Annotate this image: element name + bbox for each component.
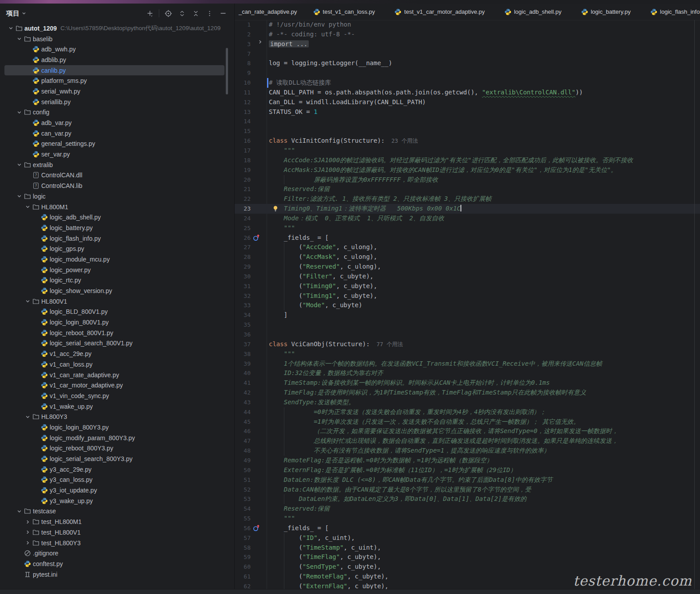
line-number[interactable]: 18: [235, 156, 251, 165]
tree-item-ControlCAN.dll[interactable]: ?ControlCAN.dll: [4, 170, 224, 181]
tree-item-canlib.py[interactable]: canlib.py: [4, 65, 224, 76]
line-number[interactable]: 16: [235, 136, 251, 146]
tree-item-logic_reboot_800Y3.py[interactable]: logic_reboot_800Y3.py: [4, 443, 224, 454]
line-number[interactable]: 9: [235, 68, 251, 78]
code-line-46[interactable]: 46 （二次开发，如果需要保证发送出的数据被其它节点正确接收，请将SendTyp…: [235, 426, 700, 436]
tab-logic_flash_info.py[interactable]: logic_flash_info.py: [641, 4, 700, 20]
line-number[interactable]: 2: [235, 30, 251, 39]
project-dropdown[interactable]: 项目: [6, 9, 26, 18]
code-line-1[interactable]: 1# !/usr/bin/env python: [235, 20, 700, 30]
line-number[interactable]: 53: [235, 494, 251, 504]
line-number[interactable]: 23: [235, 204, 251, 214]
code-line-9[interactable]: 9: [235, 68, 700, 78]
tree-item-logic_gps.py[interactable]: logic_gps.py: [4, 243, 224, 254]
fold-arrow-icon[interactable]: [258, 39, 263, 44]
line-number[interactable]: 19: [235, 165, 251, 175]
line-number[interactable]: 47: [235, 436, 251, 446]
code-line-25[interactable]: 25 """: [235, 223, 700, 233]
line-number[interactable]: 1: [235, 20, 251, 30]
line-number[interactable]: 50: [235, 465, 251, 475]
tree-item-conftest.py[interactable]: conftest.py: [4, 559, 224, 569]
code-line-13[interactable]: 13STATUS_OK = 1: [235, 107, 700, 117]
line-number[interactable]: 41: [235, 378, 251, 388]
tree-item-logic_flash_info.py[interactable]: logic_flash_info.py: [4, 233, 224, 244]
code-line-12[interactable]: 12Can_DLL = windll.LoadLibrary(CAN_DLL_P…: [235, 98, 700, 107]
code-line-21[interactable]: 21 Reserved:保留: [235, 184, 700, 194]
line-number[interactable]: 13: [235, 107, 251, 117]
code-line-26[interactable]: 26 _fields_ = [: [235, 233, 700, 243]
tree-item-v1_can_rate_adaptive.py[interactable]: v1_can_rate_adaptive.py: [4, 370, 224, 380]
chevron-down-icon[interactable]: [15, 36, 24, 41]
code-line-43[interactable]: 43 SendType:发送帧类型。: [235, 398, 700, 407]
line-number[interactable]: 27: [235, 242, 251, 252]
collapse-all-button[interactable]: [191, 8, 201, 18]
code-line-23[interactable]: 23 Timing0、Timing1：波特率定时器 500Kbps 0x00 0…: [235, 204, 700, 214]
code-line-41[interactable]: 41 TimeStamp:设备接收到某一帧的时间标识。时间标示从CAN卡上电开始…: [235, 378, 700, 388]
tree-item-seriallib.py[interactable]: seriallib.py: [4, 97, 224, 107]
code-line-28[interactable]: 28 ("AccMask", c_ulong),: [235, 252, 700, 262]
line-number[interactable]: 54: [235, 504, 251, 514]
code-line-51[interactable]: 51 DataLen:数据长度 DLC (<=8)，即CAN帧Data有几个字节…: [235, 475, 700, 485]
code-line-19[interactable]: 19 AccMask:SJA1000的帧过滤屏蔽码。对接收的CAN帧ID进行过滤…: [235, 165, 700, 175]
line-number[interactable]: 30: [235, 272, 251, 281]
line-number[interactable]: 14: [235, 117, 251, 126]
code-line-54[interactable]: 54 Reserved:保留: [235, 504, 700, 514]
code-line-27[interactable]: 27 ("AccCode", c_ulong),: [235, 242, 700, 252]
code-line-39[interactable]: 39 1个结构体表示一个帧的数据结构。在发送函数VCI_Transmit和接收函…: [235, 359, 700, 369]
line-number[interactable]: 55: [235, 514, 251, 524]
tree-item-v1_can_loss.py[interactable]: v1_can_loss.py: [4, 359, 224, 370]
line-number[interactable]: 44: [235, 407, 251, 417]
line-number[interactable]: 56: [235, 524, 251, 533]
line-number[interactable]: 37: [235, 340, 251, 349]
tree-item-logic_module_mcu.py[interactable]: logic_module_mcu.py: [4, 254, 224, 265]
line-number[interactable]: 8: [235, 59, 251, 68]
line-number[interactable]: 3: [235, 39, 251, 49]
code-line-44[interactable]: 44 =0时为正常发送（发送失败会自动重发，重发时间为4秒，4秒内没有发出则取消…: [235, 407, 700, 417]
code-line-32[interactable]: 32 ("Timing1", c_ubyte),: [235, 291, 700, 301]
tab-_can_rate_adaptive.py[interactable]: _can_rate_adaptive.py: [235, 4, 303, 20]
line-number[interactable]: 43: [235, 398, 251, 407]
editor-scrollbar[interactable]: [694, 20, 695, 594]
code-line-47[interactable]: 47 总线刚好忙或出现错误，数据会自动重发，直到正确发送或是超时时间到取消发送。…: [235, 436, 700, 446]
tab-test_v1_car_motor_adaptive.py[interactable]: test_v1_car_motor_adaptive.py: [385, 4, 494, 20]
code-line-20[interactable]: 20 屏蔽码推荐设置为0xFFFFFFFF，即全部接收: [235, 175, 700, 185]
line-number[interactable]: 29: [235, 262, 251, 272]
tree-item-adb_wwh.py[interactable]: adb_wwh.py: [4, 44, 224, 55]
tree-item-pytest.ini[interactable]: pytest.ini: [4, 569, 224, 580]
tree-item-y3_can_loss.py[interactable]: y3_can_loss.py: [4, 475, 224, 485]
tree-item-y3_iot_update.py[interactable]: y3_iot_update.py: [4, 485, 224, 496]
code-line-48[interactable]: 48 不关心有没有节点接收数据，请将SendType=1，提高发送的响应速度与软…: [235, 446, 700, 456]
tree-item-platform_sms.py[interactable]: platform_sms.py: [4, 75, 224, 86]
code-area[interactable]: 1# !/usr/bin/env python2# -*- coding: ut…: [235, 20, 700, 594]
line-number[interactable]: 40: [235, 368, 251, 378]
chevron-down-icon[interactable]: [15, 162, 24, 167]
line-number[interactable]: 57: [235, 533, 251, 543]
code-line-35[interactable]: 35: [235, 320, 700, 330]
line-number[interactable]: 49: [235, 456, 251, 465]
tree-item-logic_BLD_800V1.py[interactable]: logic_BLD_800V1.py: [4, 307, 224, 317]
tree-item-logic[interactable]: logic: [4, 191, 224, 202]
chevron-down-icon[interactable]: [23, 414, 32, 419]
line-number[interactable]: 17: [235, 146, 251, 156]
line-number[interactable]: 31: [235, 281, 251, 291]
code-line-30[interactable]: 30 ("Filter", c_ubyte),: [235, 272, 700, 281]
line-number[interactable]: 42: [235, 388, 251, 398]
code-line-60[interactable]: 60 ("SendType", c_ubyte),: [235, 562, 700, 572]
code-line-59[interactable]: 59 ("TimeFlag", c_ubyte),: [235, 552, 700, 562]
line-number[interactable]: 45: [235, 417, 251, 427]
chevron-down-icon[interactable]: [23, 299, 32, 304]
code-line-22[interactable]: 22 Filter:滤波方式. 1、接收所有类型 2、只接收标准帧 3、只接收扩…: [235, 194, 700, 204]
line-number[interactable]: 25: [235, 223, 251, 233]
tree-item-general_settings.py[interactable]: general_settings.py: [4, 139, 224, 149]
tree-scrollbar[interactable]: [226, 48, 228, 94]
chevron-down-icon[interactable]: [15, 110, 24, 115]
code-line-29[interactable]: 29 ("Reserved", c_ulong),: [235, 262, 700, 272]
line-number[interactable]: 7: [235, 49, 251, 59]
override-method-icon[interactable]: [252, 234, 260, 242]
locate-file-button[interactable]: [163, 8, 173, 18]
code-line-49[interactable]: 49 RemoteFlag:是否是远程帧.=0时为为数据帧，=1时为远程帧（数据…: [235, 456, 700, 465]
line-number[interactable]: 32: [235, 291, 251, 301]
tree-item-ser_var.py[interactable]: ser_var.py: [4, 149, 224, 160]
tree-item-adb_var.py[interactable]: adb_var.py: [4, 117, 224, 128]
tree-item-logic_reboot_800V1.py[interactable]: logic_reboot_800V1.py: [4, 328, 224, 338]
